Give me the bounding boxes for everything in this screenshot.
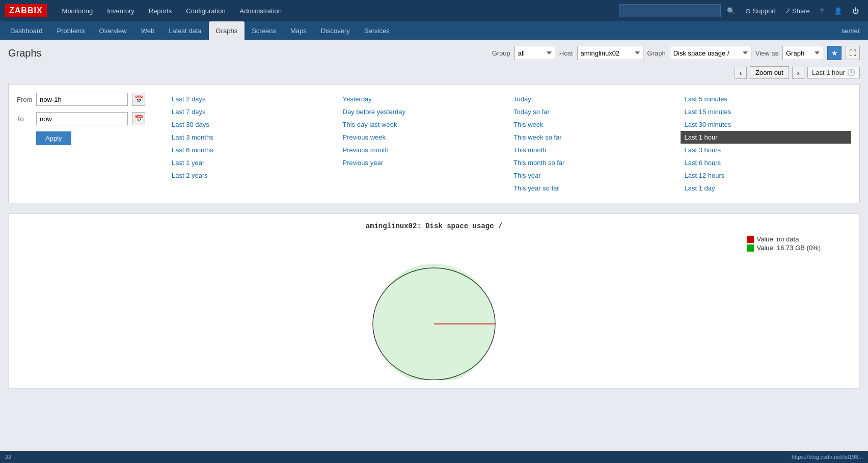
logo[interactable]: ZABBIX: [5, 4, 47, 17]
subnav-problems[interactable]: Problems: [50, 21, 92, 40]
legend-color-1: [747, 244, 754, 252]
quick-link-item[interactable]: Last 7 days: [168, 105, 339, 118]
subnav-overview[interactable]: Overview: [92, 21, 134, 40]
from-row: From 📅: [17, 93, 159, 106]
graph-container: [17, 258, 851, 380]
quick-link-item[interactable]: This week so far: [509, 131, 681, 144]
quick-link-item[interactable]: Previous year: [339, 156, 510, 169]
quick-link-item[interactable]: Day before yesterday: [339, 105, 510, 118]
quick-link-item[interactable]: Last 2 days: [168, 93, 339, 105]
host-select[interactable]: aminglinux02: [577, 46, 643, 60]
svg-point-1: [374, 264, 494, 380]
quick-link-item[interactable]: Last 3 hours: [681, 144, 852, 156]
graph-select[interactable]: Disk space usage /: [670, 46, 751, 60]
quick-link-item[interactable]: Last 1 year: [168, 156, 339, 169]
quick-link-item[interactable]: Previous week: [339, 131, 510, 144]
quick-link-item[interactable]: Last 1 hour: [681, 131, 852, 144]
subnav-latest-data[interactable]: Latest data: [161, 21, 208, 40]
quick-links-col-1: Last 2 daysLast 7 daysLast 30 daysLast 3…: [168, 93, 339, 195]
search-input[interactable]: [619, 4, 721, 17]
quick-link-item[interactable]: This year: [509, 169, 681, 182]
quick-link-item[interactable]: Last 30 days: [168, 118, 339, 131]
zoom-out-button[interactable]: Zoom out: [750, 66, 789, 79]
quick-link-item[interactable]: This month so far: [509, 156, 681, 169]
nav-reports[interactable]: Reports: [142, 0, 179, 21]
legend-color-0: [747, 236, 754, 243]
quick-link-item[interactable]: Last 2 years: [168, 169, 339, 182]
user-button[interactable]: 👤: [830, 0, 846, 21]
share-label: Share: [792, 7, 810, 15]
group-label: Group: [492, 49, 510, 57]
graph-title: aminglinux02: Disk space usage /: [17, 222, 851, 230]
quick-link-item[interactable]: This week: [509, 118, 681, 131]
quick-link-item[interactable]: Last 1 day: [681, 182, 852, 195]
graph-label: Graph: [647, 49, 666, 57]
current-time-label: Last 1 hour: [812, 69, 845, 76]
page-title: Graphs: [8, 47, 492, 59]
share-link[interactable]: Z Share: [782, 0, 814, 21]
quick-link-item[interactable]: Today: [509, 93, 681, 105]
legend-item-1: Value: 16.73 GB (0%): [747, 244, 821, 252]
search-button[interactable]: 🔍: [723, 0, 739, 21]
subnav-services[interactable]: Services: [357, 21, 397, 40]
graph-area: aminglinux02: Disk space usage / Value: …: [8, 213, 860, 389]
to-row: To 📅: [17, 112, 159, 125]
top-navigation: ZABBIX Monitoring Inventory Reports Conf…: [0, 0, 868, 21]
main-content: Graphs Group all Host aminglinux02 Graph…: [0, 40, 868, 395]
group-select[interactable]: all: [514, 46, 555, 60]
nav-administration[interactable]: Administration: [233, 0, 289, 21]
quick-link-item[interactable]: Last 3 months: [168, 131, 339, 144]
quick-link-item[interactable]: Last 30 minutes: [681, 118, 852, 131]
quick-links-col-3: TodayToday so farThis weekThis week so f…: [509, 93, 681, 195]
quick-link-item[interactable]: Previous month: [339, 144, 510, 156]
quick-link-item[interactable]: This month: [509, 144, 681, 156]
support-link[interactable]: ⊙ Support: [741, 0, 780, 21]
from-input[interactable]: [36, 93, 128, 106]
apply-button[interactable]: Apply: [36, 131, 71, 145]
time-form: From 📅 To 📅 Apply: [17, 93, 159, 195]
view-as-select[interactable]: Graph: [782, 46, 823, 60]
to-label: To: [17, 115, 32, 123]
filters: Group all Host aminglinux02 Graph Disk s…: [492, 46, 860, 60]
top-nav-right: 🔍 ⊙ Support Z Share ? 👤 ⏻: [619, 0, 863, 21]
to-input[interactable]: [36, 112, 128, 125]
quick-link-item[interactable]: This day last week: [339, 118, 510, 131]
subnav-web[interactable]: Web: [134, 21, 162, 40]
time-picker: From 📅 To 📅 Apply Last 2 daysLast 7 days…: [17, 93, 851, 195]
legend-item-0: Value: no data: [747, 235, 821, 243]
quick-link-item[interactable]: Yesterday: [339, 93, 510, 105]
quick-link-item[interactable]: Last 6 hours: [681, 156, 852, 169]
quick-link-item[interactable]: Last 5 minutes: [681, 93, 852, 105]
quick-link-item[interactable]: Last 15 minutes: [681, 105, 852, 118]
nav-monitoring[interactable]: Monitoring: [55, 0, 100, 21]
quick-link-item: [339, 174, 510, 179]
nav-configuration[interactable]: Configuration: [179, 0, 232, 21]
quick-links-col-4: Last 5 minutesLast 15 minutesLast 30 min…: [681, 93, 852, 195]
nav-inventory[interactable]: Inventory: [100, 0, 141, 21]
logout-button[interactable]: ⏻: [848, 0, 863, 21]
time-controls: ‹ Zoom out › Last 1 hour 🕐: [8, 66, 860, 79]
to-calendar-button[interactable]: 📅: [132, 112, 145, 125]
quick-link-item[interactable]: Today so far: [509, 105, 681, 118]
quick-link-item: [168, 182, 339, 187]
subnav-screens[interactable]: Screens: [245, 21, 283, 40]
subnav-discovery[interactable]: Discovery: [314, 21, 357, 40]
quick-link-item[interactable]: This year so far: [509, 182, 681, 195]
from-calendar-button[interactable]: 📅: [132, 93, 145, 106]
support-label: Support: [753, 7, 776, 15]
help-button[interactable]: ?: [816, 0, 828, 21]
time-next-button[interactable]: ›: [792, 67, 804, 79]
time-display[interactable]: Last 1 hour 🕐: [807, 67, 860, 78]
view-as-label: View as: [755, 49, 778, 57]
legend-label-1: Value: 16.73 GB (0%): [757, 244, 821, 252]
quick-link-item[interactable]: Last 6 months: [168, 144, 339, 156]
content-area: From 📅 To 📅 Apply Last 2 daysLast 7 days…: [8, 84, 860, 203]
subnav-graphs[interactable]: Graphs: [209, 21, 245, 40]
favorite-button[interactable]: ★: [827, 46, 842, 60]
fullscreen-button[interactable]: ⛶: [846, 46, 860, 60]
sub-navigation: Dashboard Problems Overview Web Latest d…: [0, 21, 868, 40]
subnav-maps[interactable]: Maps: [283, 21, 314, 40]
subnav-dashboard[interactable]: Dashboard: [3, 21, 50, 40]
time-prev-button[interactable]: ‹: [735, 67, 747, 79]
quick-link-item[interactable]: Last 12 hours: [681, 169, 852, 182]
